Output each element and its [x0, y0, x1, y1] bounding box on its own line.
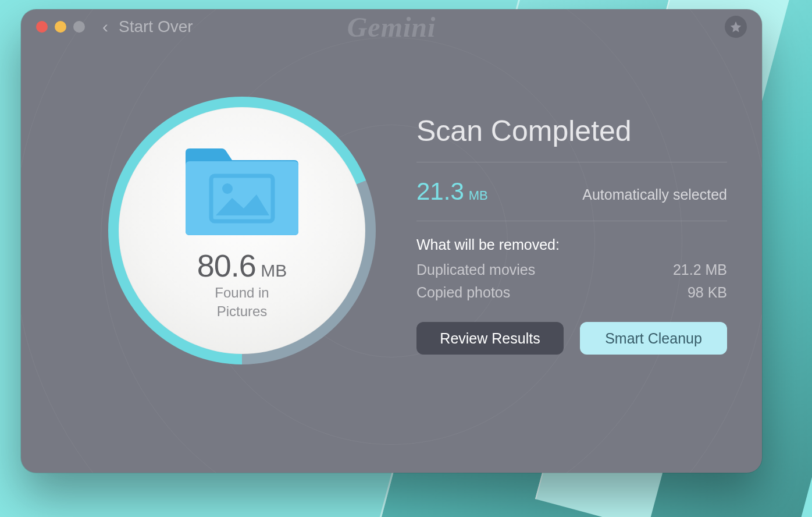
start-over-label: Start Over	[119, 17, 193, 36]
progress-ring: 80.6 MB Found in Pictures	[108, 97, 376, 364]
maximize-window-button[interactable]	[73, 21, 85, 33]
removal-item-size: 98 KB	[688, 284, 727, 301]
ring-content: 80.6 MB Found in Pictures	[119, 107, 365, 354]
auto-selected-label: Automatically selected	[582, 186, 727, 203]
titlebar: ‹ Start Over Gemini	[21, 9, 762, 44]
close-window-button[interactable]	[36, 21, 48, 33]
window-controls	[36, 21, 85, 33]
auto-size-value: 21.3	[416, 178, 464, 206]
removal-row: Duplicated movies 21.2 MB	[416, 261, 727, 278]
chevron-left-icon: ‹	[102, 17, 108, 37]
scan-size-value: 80.6	[197, 248, 256, 283]
minimize-window-button[interactable]	[55, 21, 66, 33]
found-in-label: Found in	[215, 285, 269, 301]
removal-section: What will be removed: Duplicated movies …	[416, 221, 727, 301]
scan-size-unit: MB	[261, 261, 287, 280]
scan-size: 80.6 MB	[197, 247, 287, 284]
results-headline: Scan Completed	[416, 114, 727, 162]
removal-item-size: 21.2 MB	[673, 261, 727, 278]
main-content: 80.6 MB Found in Pictures Scan Completed…	[21, 97, 762, 473]
app-title: Gemini	[347, 11, 436, 43]
action-buttons: Review Results Smart Cleanup	[416, 322, 727, 355]
removal-title: What will be removed:	[416, 236, 727, 253]
start-over-button[interactable]: ‹ Start Over	[102, 17, 193, 37]
app-window: ‹ Start Over Gemini	[21, 9, 762, 473]
auto-size-unit: MB	[469, 188, 488, 203]
removal-item-label: Duplicated movies	[416, 261, 535, 278]
review-results-button[interactable]: Review Results	[416, 322, 564, 355]
favorite-button[interactable]	[725, 16, 747, 38]
scan-ring-widget: 80.6 MB Found in Pictures	[108, 97, 376, 364]
star-icon	[729, 20, 742, 33]
auto-selected-row: 21.3 MB Automatically selected	[416, 162, 727, 221]
smart-cleanup-button[interactable]: Smart Cleanup	[580, 322, 727, 355]
removal-row: Copied photos 98 KB	[416, 284, 727, 301]
pictures-folder-icon	[181, 141, 303, 237]
scan-location: Pictures	[217, 303, 268, 320]
results-panel: Scan Completed 21.3 MB Automatically sel…	[393, 97, 727, 473]
removal-item-label: Copied photos	[416, 284, 510, 301]
svg-point-1	[222, 183, 233, 194]
scan-summary-panel: 80.6 MB Found in Pictures	[91, 97, 393, 473]
